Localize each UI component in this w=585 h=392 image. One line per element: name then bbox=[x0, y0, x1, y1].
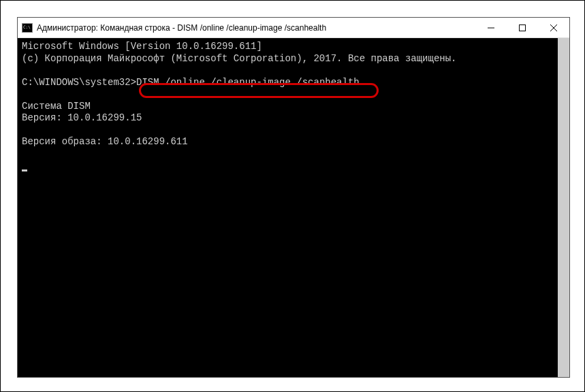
window-title: Администратор: Командная строка - DISM /… bbox=[37, 23, 326, 33]
minimize-button[interactable] bbox=[475, 18, 507, 37]
vertical-scrollbar[interactable] bbox=[558, 38, 569, 377]
output-line: (c) Корпорация Майкрософт (Microsoft Cor… bbox=[22, 53, 565, 65]
output-line: Microsoft Windows [Version 10.0.16299.61… bbox=[22, 41, 565, 53]
title-left: Администратор: Командная строка - DISM /… bbox=[22, 23, 326, 33]
output-blank bbox=[22, 88, 565, 101]
terminal-output[interactable]: Microsoft Windows [Version 10.0.16299.61… bbox=[18, 38, 569, 377]
output-line: Версия образа: 10.0.16299.611 bbox=[22, 136, 565, 148]
close-button[interactable] bbox=[538, 18, 569, 37]
cmd-icon bbox=[22, 23, 33, 33]
titlebar[interactable]: Администратор: Командная строка - DISM /… bbox=[18, 18, 569, 38]
output-line: Версия: 10.0.16299.15 bbox=[22, 112, 565, 125]
window-controls bbox=[475, 18, 569, 37]
prompt-line: C:\WINDOWS\system32>DISM /online /cleanu… bbox=[22, 77, 565, 89]
output-blank bbox=[22, 65, 565, 77]
output-blank bbox=[22, 125, 565, 137]
cursor-line bbox=[22, 160, 565, 172]
maximize-button[interactable] bbox=[507, 18, 538, 37]
command-text: DISM /online /cleanup-image /scanhealth bbox=[136, 77, 360, 88]
output-line: Cистема DISM bbox=[22, 101, 565, 113]
text-cursor bbox=[22, 169, 27, 172]
output-blank bbox=[22, 148, 565, 161]
svg-rect-1 bbox=[520, 24, 526, 31]
command-prompt-window: Администратор: Командная строка - DISM /… bbox=[17, 17, 570, 378]
prompt: C:\WINDOWS\system32> bbox=[22, 77, 136, 88]
scroll-thumb[interactable] bbox=[558, 38, 569, 377]
